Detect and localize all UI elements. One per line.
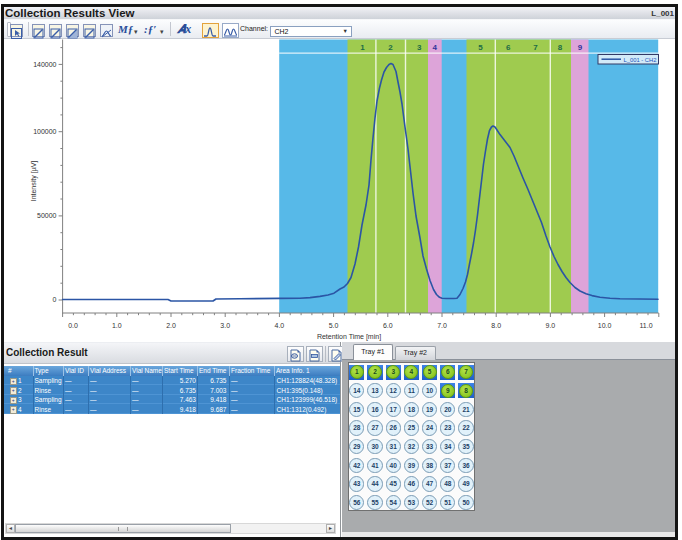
svg-text:3.0: 3.0: [220, 322, 230, 329]
svg-text:0: 0: [53, 296, 57, 303]
svg-text:L_001 - CH2: L_001 - CH2: [624, 57, 657, 63]
svg-text:Intensity [µV]: Intensity [µV]: [30, 161, 38, 202]
svg-text:11.0: 11.0: [639, 322, 652, 329]
svg-text:50000: 50000: [37, 212, 57, 219]
svg-text:3: 3: [417, 43, 422, 52]
svg-text:1.0: 1.0: [112, 322, 122, 329]
svg-text:9: 9: [578, 43, 583, 52]
svg-text:Retention Time [min]: Retention Time [min]: [317, 333, 381, 341]
svg-text:7: 7: [533, 43, 538, 52]
svg-text:2: 2: [388, 43, 393, 52]
svg-text:4: 4: [433, 43, 438, 52]
svg-text:1: 1: [360, 43, 365, 52]
svg-text:6.0: 6.0: [383, 322, 393, 329]
svg-text:2.0: 2.0: [166, 322, 176, 329]
svg-text:100000: 100000: [33, 128, 56, 135]
svg-text:8: 8: [558, 43, 563, 52]
svg-text:4.0: 4.0: [275, 322, 285, 329]
svg-text:8.0: 8.0: [491, 322, 501, 329]
svg-text:9.0: 9.0: [546, 322, 556, 329]
svg-text:5: 5: [478, 43, 483, 52]
svg-text:10.0: 10.0: [598, 322, 612, 329]
svg-text:6: 6: [506, 43, 511, 52]
svg-text:0.0: 0.0: [68, 322, 78, 329]
svg-text:5.0: 5.0: [329, 322, 339, 329]
svg-text:7.0: 7.0: [437, 322, 447, 329]
svg-text:140000: 140000: [33, 61, 56, 68]
